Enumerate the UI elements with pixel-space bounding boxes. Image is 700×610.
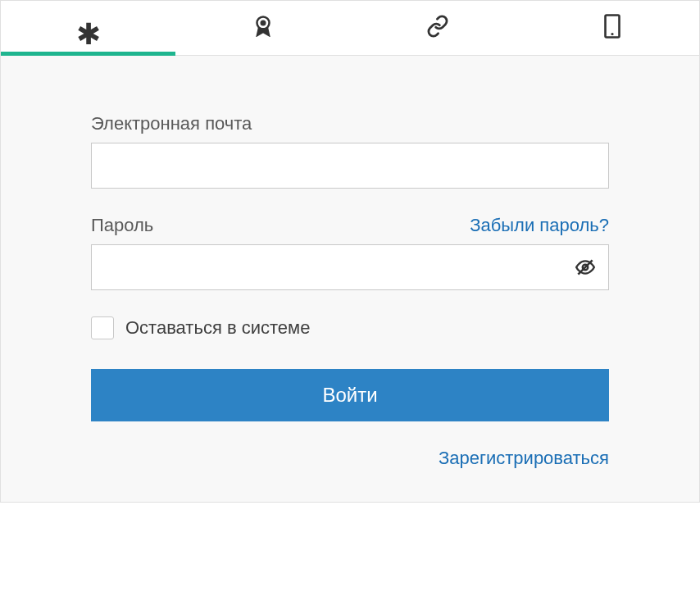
ribbon-icon — [253, 16, 273, 40]
login-button[interactable]: Войти — [91, 369, 609, 421]
stay-logged-in-checkbox[interactable] — [91, 316, 114, 339]
stay-logged-in-row: Оставаться в системе — [91, 316, 609, 339]
register-link[interactable]: Зарегистрироваться — [439, 448, 609, 468]
svg-point-1 — [260, 20, 266, 26]
email-label: Электронная почта — [91, 113, 252, 134]
email-input[interactable] — [91, 143, 609, 189]
phone-icon — [604, 14, 620, 42]
stay-logged-in-label[interactable]: Оставаться в системе — [125, 317, 310, 339]
password-field-group: Пароль Забыли пароль? — [91, 215, 609, 290]
link-icon — [426, 15, 449, 41]
asterisk-icon: ✱ — [76, 20, 101, 49]
login-form: Электронная почта Пароль Забыли пароль? — [1, 56, 699, 502]
email-field-group: Электронная почта — [91, 113, 609, 189]
forgot-password-link[interactable]: Забыли пароль? — [470, 215, 609, 236]
tab-mobile[interactable] — [525, 1, 699, 55]
password-label: Пароль — [91, 215, 153, 236]
tab-sso[interactable] — [350, 1, 525, 55]
tab-password[interactable]: ✱ — [1, 1, 175, 55]
svg-point-3 — [611, 33, 613, 35]
login-panel: ✱ — [0, 0, 700, 503]
auth-method-tabs: ✱ — [1, 1, 699, 56]
toggle-password-visibility-icon[interactable] — [575, 257, 596, 278]
tab-certificate[interactable] — [175, 1, 350, 55]
password-input[interactable] — [91, 244, 609, 290]
